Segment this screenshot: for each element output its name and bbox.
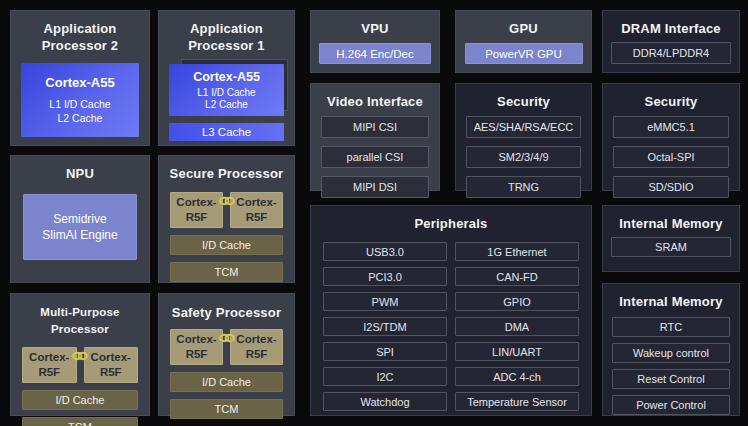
block-video-interface: Video Interface MIPI CSI parallel CSI MI… bbox=[310, 83, 440, 191]
lockstep-link-icon bbox=[218, 332, 236, 344]
cortex-a55-core: Cortex-A55 L1 I/D Cache L2 Cache bbox=[21, 63, 139, 137]
block-vpu: VPU H.264 Enc/Dec bbox=[310, 10, 440, 73]
lockstep-link-icon bbox=[71, 350, 89, 362]
cortex-r5f-core: Cortex- R5F bbox=[170, 192, 223, 228]
peripheral-item: PCI3.0 bbox=[323, 267, 447, 286]
block-title: Application Processor 1 bbox=[172, 20, 282, 54]
npu-engine-chip: Semidrive SlimAI Engine bbox=[23, 194, 137, 260]
block-internal-memory-controls: Internal Memory RTC Wakeup control Reset… bbox=[602, 283, 740, 416]
core-cache-line: L1 I/D Cache bbox=[49, 97, 110, 111]
video-interface-item: MIPI DSI bbox=[321, 176, 429, 198]
peripheral-item: I2S/TDM bbox=[323, 317, 447, 336]
peripheral-item: DMA bbox=[455, 317, 579, 336]
block-title: NPU bbox=[66, 165, 94, 182]
block-title: Security bbox=[645, 93, 698, 110]
block-title: Multi-Purpose Processor bbox=[11, 304, 149, 338]
block-application-processor-1: Application Processor 1 Cortex-A55 L1 I/… bbox=[158, 10, 295, 146]
peripheral-item: ADC 4-ch bbox=[455, 367, 579, 386]
block-multi-purpose-processor: Multi-Purpose Processor Cortex- R5F Cort… bbox=[10, 293, 150, 416]
peripheral-item: 1G Ethernet bbox=[455, 242, 579, 261]
core-name-line: Cortex- bbox=[176, 332, 216, 347]
core-name-line: Cortex- bbox=[29, 350, 69, 365]
gpu-chip: PowerVR GPU bbox=[465, 43, 583, 64]
core-name-line: R5F bbox=[246, 210, 268, 225]
block-safety-processor: Safety Processor Cortex- R5F Cortex- R5F… bbox=[158, 293, 295, 416]
cortex-r5f-core: Cortex- R5F bbox=[170, 329, 223, 365]
block-title: DRAM Interface bbox=[621, 20, 721, 37]
security-item: TRNG bbox=[466, 176, 581, 198]
tcm-bar: TCM bbox=[22, 417, 138, 426]
tcm-bar: TCM bbox=[170, 262, 283, 282]
tcm-bar: TCM bbox=[170, 399, 283, 419]
cortex-r5f-core: Cortex- R5F bbox=[230, 192, 283, 228]
core-name-line: R5F bbox=[100, 365, 122, 380]
dram-item: DDR4/LPDDR4 bbox=[611, 42, 731, 64]
id-cache-bar: I/D Cache bbox=[170, 372, 283, 392]
vpu-codec-chip: H.264 Enc/Dec bbox=[319, 43, 431, 64]
memory-item: RTC bbox=[612, 317, 730, 337]
block-secure-processor: Secure Processor Cortex- R5F Cortex- R5F… bbox=[158, 155, 295, 283]
lockstep-core-pair: Cortex- R5F Cortex- R5F bbox=[170, 329, 283, 365]
block-gpu: GPU PowerVR GPU bbox=[455, 10, 592, 73]
peripheral-item: PWM bbox=[323, 292, 447, 311]
video-interface-item: parallel CSI bbox=[321, 146, 429, 168]
block-title: VPU bbox=[361, 20, 388, 37]
block-npu: NPU Semidrive SlimAI Engine bbox=[10, 155, 150, 283]
block-title: Internal Memory bbox=[619, 293, 722, 310]
cortex-r5f-core: Cortex- R5F bbox=[22, 347, 77, 383]
core-name-line: Cortex- bbox=[91, 350, 131, 365]
soc-block-diagram: Application Processor 2 Cortex-A55 L1 I/… bbox=[0, 0, 748, 426]
block-security-storage: Security eMMC5.1 Octal-SPI SD/SDIO bbox=[602, 83, 740, 191]
block-title: Internal Memory bbox=[619, 215, 722, 232]
block-title: Safety Processor bbox=[172, 304, 281, 321]
memory-item: SRAM bbox=[611, 237, 731, 257]
block-title: GPU bbox=[509, 20, 538, 37]
core-name-line: Cortex- bbox=[236, 332, 276, 347]
core-name-line: R5F bbox=[246, 347, 268, 362]
block-dram-interface: DRAM Interface DDR4/LPDDR4 bbox=[602, 10, 740, 73]
cortex-a55-core: Cortex-A55 L1 I/D Cache L2 Cache bbox=[169, 64, 284, 116]
peripherals-grid: USB3.0 1G Ethernet PCI3.0 CAN-FD PWM GPI… bbox=[311, 242, 591, 411]
peripheral-item: LIN/UART bbox=[455, 342, 579, 361]
peripheral-item: I2C bbox=[323, 367, 447, 386]
core-name: Cortex-A55 bbox=[193, 70, 260, 84]
core-name-line: R5F bbox=[186, 347, 208, 362]
video-interface-item: MIPI CSI bbox=[321, 116, 429, 138]
block-title: Security bbox=[497, 93, 550, 110]
id-cache-bar: I/D Cache bbox=[170, 235, 283, 255]
peripheral-item: Temperature Sensor bbox=[455, 392, 579, 411]
core-cache-line: L2 Cache bbox=[58, 111, 103, 125]
l3-cache-bar: L3 Cache bbox=[169, 123, 284, 141]
security-item: AES/SHA/RSA/ECC bbox=[466, 116, 581, 138]
storage-item: SD/SDIO bbox=[613, 176, 729, 198]
storage-item: Octal-SPI bbox=[613, 146, 729, 168]
peripheral-item: Watchdog bbox=[323, 392, 447, 411]
id-cache-bar: I/D Cache bbox=[22, 390, 138, 410]
block-title: Application Processor 2 bbox=[25, 20, 135, 54]
lockstep-core-pair: Cortex- R5F Cortex- R5F bbox=[170, 192, 283, 228]
block-application-processor-2: Application Processor 2 Cortex-A55 L1 I/… bbox=[10, 10, 150, 146]
memory-item: Wakeup control bbox=[612, 343, 730, 363]
core-name-line: R5F bbox=[38, 365, 60, 380]
block-title: Secure Processor bbox=[170, 165, 284, 182]
core-name-line: Cortex- bbox=[236, 195, 276, 210]
peripheral-item: SPI bbox=[323, 342, 447, 361]
cortex-r5f-core: Cortex- R5F bbox=[230, 329, 283, 365]
lockstep-link-icon bbox=[218, 195, 236, 207]
npu-engine-line: Semidrive bbox=[53, 211, 106, 227]
security-item: SM2/3/4/9 bbox=[466, 146, 581, 168]
core-cluster-stack: Cortex-A55 L1 I/D Cache L2 Cache bbox=[169, 64, 284, 116]
peripheral-item: CAN-FD bbox=[455, 267, 579, 286]
block-title: Video Interface bbox=[327, 93, 423, 110]
storage-item: eMMC5.1 bbox=[613, 116, 729, 138]
peripheral-item: USB3.0 bbox=[323, 242, 447, 261]
block-security-crypto: Security AES/SHA/RSA/ECC SM2/3/4/9 TRNG bbox=[455, 83, 592, 191]
block-title: Peripherals bbox=[414, 215, 487, 232]
core-name: Cortex-A55 bbox=[45, 75, 114, 90]
memory-item: Reset Control bbox=[612, 369, 730, 389]
block-internal-memory-sram: Internal Memory SRAM bbox=[602, 205, 740, 272]
cortex-r5f-core: Cortex- R5F bbox=[84, 347, 139, 383]
core-cache-line: L2 Cache bbox=[205, 99, 248, 111]
core-cache-line: L1 I/D Cache bbox=[197, 87, 255, 99]
block-peripherals: Peripherals USB3.0 1G Ethernet PCI3.0 CA… bbox=[310, 205, 592, 416]
